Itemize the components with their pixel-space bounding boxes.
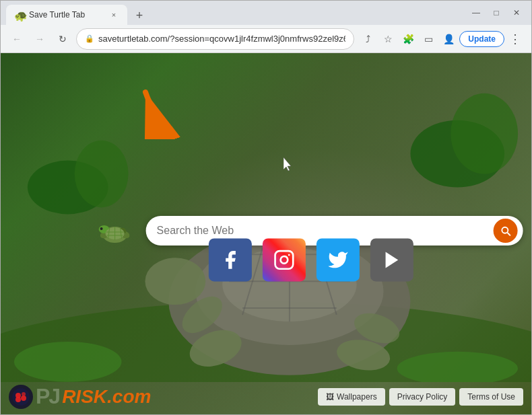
new-tab-button[interactable]: + xyxy=(130,6,149,25)
browser-window: 🐢 Save Turtle Tab × + — □ ✕ ← → ↻ 🔒 ⤴ ☆ … xyxy=(0,0,532,415)
maximize-button[interactable]: □ xyxy=(487,3,506,22)
risk-brand-text: RISK.com xyxy=(62,386,151,408)
tab-close-button[interactable]: × xyxy=(108,9,119,20)
risk-text-area: PJ RISK.com xyxy=(36,384,151,409)
wallpapers-button[interactable]: 🖼 Wallpapers xyxy=(318,388,385,406)
bottom-bar: PJ RISK.com 🖼 Wallpapers Privacy Policy … xyxy=(1,379,531,414)
minimize-button[interactable]: — xyxy=(467,3,486,22)
svg-point-10 xyxy=(145,258,205,305)
risk-logo: PJ RISK.com xyxy=(9,384,151,409)
title-bar: 🐢 Save Turtle Tab × + — □ ✕ xyxy=(1,1,531,25)
pj-text: PJ xyxy=(36,384,59,409)
toolbar: ← → ↻ 🔒 ⤴ ☆ 🧩 ▭ 👤 Update ⋮ xyxy=(1,25,531,53)
svg-point-19 xyxy=(14,342,122,382)
risk-icon xyxy=(9,385,33,409)
svg-rect-35 xyxy=(275,251,294,269)
close-button[interactable]: ✕ xyxy=(507,3,526,22)
bottom-left: PJ RISK.com xyxy=(9,384,151,409)
youtube-icon[interactable] xyxy=(370,238,413,281)
tab-area: 🐢 Save Turtle Tab × + xyxy=(6,1,464,25)
wallpapers-icon: 🖼 xyxy=(326,392,334,402)
share-button[interactable]: ⤴ xyxy=(358,30,377,48)
lock-icon: 🔒 xyxy=(85,34,94,43)
wallpapers-label: Wallpapers xyxy=(337,392,377,402)
instagram-icon[interactable] xyxy=(263,238,306,281)
sidebar-button[interactable]: ▭ xyxy=(419,30,438,48)
tab-favicon: 🐢 xyxy=(14,9,25,20)
twitter-icon[interactable] xyxy=(317,238,360,281)
svg-point-42 xyxy=(22,392,26,396)
active-tab[interactable]: 🐢 Save Turtle Tab × xyxy=(6,5,127,25)
turtle-logo xyxy=(95,216,135,246)
back-button[interactable]: ← xyxy=(7,30,26,48)
address-input[interactable] xyxy=(98,34,345,44)
bookmark-button[interactable]: ☆ xyxy=(378,30,397,48)
profile-button[interactable]: 👤 xyxy=(439,30,458,48)
extension-button[interactable]: 🧩 xyxy=(399,30,418,48)
svg-point-38 xyxy=(12,388,30,406)
terms-of-use-button[interactable]: Terms of Use xyxy=(459,388,523,406)
menu-button[interactable]: ⋮ xyxy=(506,30,525,48)
address-bar[interactable]: 🔒 xyxy=(76,28,354,50)
svg-point-41 xyxy=(15,397,21,402)
forward-button[interactable]: → xyxy=(30,30,49,48)
search-input[interactable] xyxy=(157,225,494,237)
terms-of-use-label: Terms of Use xyxy=(467,392,515,402)
window-controls: — □ ✕ xyxy=(467,3,526,22)
tab-title: Save Turtle Tab xyxy=(29,10,104,20)
bottom-right: 🖼 Wallpapers Privacy Policy Terms of Use xyxy=(318,388,523,406)
social-icons xyxy=(209,238,413,281)
toolbar-actions: ⤴ ☆ 🧩 ▭ 👤 Update ⋮ xyxy=(358,30,525,48)
reload-button[interactable]: ↻ xyxy=(53,30,72,48)
privacy-policy-label: Privacy Policy xyxy=(397,392,448,402)
search-button[interactable] xyxy=(494,219,518,243)
page-content: PJ RISK.com 🖼 Wallpapers Privacy Policy … xyxy=(1,53,531,414)
svg-point-28 xyxy=(100,227,103,230)
svg-point-18 xyxy=(451,93,518,174)
svg-point-40 xyxy=(21,395,26,401)
svg-marker-37 xyxy=(386,252,399,268)
svg-point-16 xyxy=(75,141,129,208)
privacy-policy-button[interactable]: Privacy Policy xyxy=(389,388,456,406)
update-button[interactable]: Update xyxy=(459,31,504,47)
facebook-icon[interactable] xyxy=(209,238,252,281)
